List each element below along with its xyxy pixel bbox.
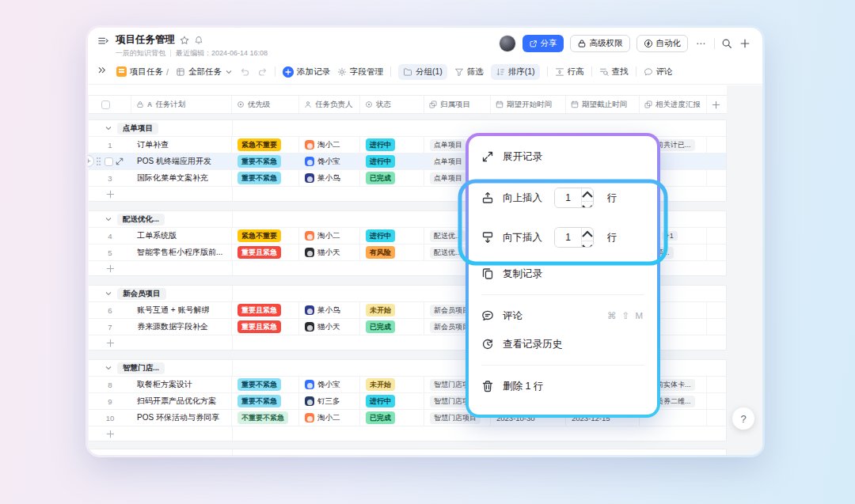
plus-icon: [106, 339, 115, 347]
more-button[interactable]: ⋯: [694, 38, 708, 49]
undo-icon[interactable]: [240, 66, 250, 77]
avatar: [305, 231, 314, 241]
header-checkbox[interactable]: [101, 100, 110, 109]
avatar: [305, 380, 314, 389]
automation-button[interactable]: 自动化: [636, 35, 689, 52]
menu-item-insert-below[interactable]: 向下插入 行: [469, 222, 657, 253]
search-icon[interactable]: [721, 38, 733, 50]
comment-icon: [644, 67, 653, 77]
column-header-report[interactable]: 相关进度汇报: [640, 96, 707, 113]
copy-icon: [481, 267, 494, 280]
avatar: [305, 413, 314, 423]
find-button[interactable]: 查找: [599, 66, 629, 78]
help-button[interactable]: ?: [732, 407, 754, 430]
advanced-permission-button[interactable]: 高级权限: [570, 35, 630, 52]
gear-icon: [337, 67, 347, 77]
expand-catalog-icon[interactable]: [97, 66, 109, 78]
column-header-status[interactable]: 状态: [360, 96, 424, 113]
priority-badge: 重要且紧急: [238, 320, 281, 333]
report-count-tag: +1: [662, 231, 678, 241]
add-row-button[interactable]: [89, 426, 726, 441]
menu-item-record-history[interactable]: 查看记录历史: [469, 330, 657, 358]
column-header-priority[interactable]: 优先级: [232, 96, 299, 113]
group-button[interactable]: 分组(1): [398, 64, 447, 80]
divider: [591, 66, 592, 77]
row-number: 6: [108, 306, 112, 315]
menu-item-delete-row[interactable]: 删除 1 行: [469, 372, 657, 400]
app-window: 项目任务管理 一辰的知识背包 最近编辑：2024-06-14 16:08: [86, 25, 765, 457]
expand-record-icon[interactable]: [116, 157, 124, 165]
relation-icon: [644, 100, 652, 108]
row-checkbox[interactable]: [104, 157, 113, 166]
chevron-down-icon: [104, 215, 112, 223]
field-management-button[interactable]: 字段管理: [337, 66, 383, 78]
relation-icon: [429, 100, 437, 108]
table-icon: [116, 66, 127, 77]
row-height-button[interactable]: 行高: [555, 66, 584, 78]
status-badge: 已完成: [366, 411, 395, 424]
task-title: POS 环保活动与券同享: [137, 412, 219, 423]
new-tab-icon[interactable]: [739, 38, 751, 50]
column-header-task[interactable]: A 任务计划: [131, 96, 232, 113]
drag-handle-icon[interactable]: [97, 157, 101, 167]
expand-icon: [481, 150, 494, 163]
single-select-icon: [237, 100, 245, 108]
user-avatar[interactable]: [499, 35, 516, 52]
row-number: 9: [108, 397, 112, 406]
status-badge: 有风险: [366, 246, 395, 259]
breadcrumb-view[interactable]: 全部任务: [176, 66, 233, 78]
last-edited-label: 最近编辑：2024-06-14 16:08: [176, 48, 268, 59]
divider: [275, 66, 276, 77]
menu-item-expand-record[interactable]: 展开记录: [469, 142, 657, 171]
task-title: 账号互通 + 账号解绑: [137, 305, 209, 316]
plus-icon: [106, 430, 115, 438]
assignee-name: 淘小二: [317, 413, 340, 423]
assignee-name: 馋小宝: [317, 380, 340, 390]
sort-button[interactable]: 排序(1): [491, 64, 540, 80]
avatar: [305, 248, 314, 257]
share-button[interactable]: 分享: [522, 35, 564, 52]
stepper-down-icon[interactable]: [582, 201, 593, 208]
divider: [547, 66, 548, 77]
star-icon[interactable]: [180, 36, 189, 45]
assignee-name: 菜小鸟: [317, 173, 340, 184]
menu-item-copy-record[interactable]: 复制记录: [469, 260, 657, 288]
status-badge: 未开始: [366, 378, 395, 391]
breadcrumb-table[interactable]: 项目任务 /: [116, 66, 169, 78]
bell-icon[interactable]: [194, 36, 203, 45]
redo-icon[interactable]: [257, 66, 268, 77]
row-context-menu: 展开记录 向上插入 行 向下插入: [466, 133, 660, 418]
project-tag: 配送优...: [430, 247, 466, 259]
stepper-up-icon[interactable]: [582, 228, 593, 241]
row-height-icon: [555, 67, 564, 77]
chevron-down-icon: [104, 364, 112, 372]
project-tag: 点单项目: [430, 139, 466, 151]
add-record-button[interactable]: 添加记录: [283, 66, 330, 78]
breadcrumb-separator: /: [166, 67, 169, 77]
priority-badge: 重要不紧急: [238, 395, 281, 407]
stepper-down-icon[interactable]: [582, 241, 593, 248]
priority-badge: 重要且紧急: [238, 246, 281, 259]
stepper-up-icon[interactable]: [582, 188, 593, 201]
menu-item-comment[interactable]: 评论 ⌘ ⇧ M: [469, 301, 657, 330]
column-header-project[interactable]: 归属项目: [424, 96, 491, 113]
status-badge: 进行中: [366, 229, 395, 242]
assignee-name: 猫小天: [317, 322, 340, 332]
collapse-sidebar-icon[interactable]: [97, 36, 109, 47]
avatar: [305, 305, 314, 315]
add-column-button[interactable]: [707, 96, 727, 113]
filter-button[interactable]: 筛选: [454, 66, 484, 78]
insert-above-count-input[interactable]: [555, 188, 581, 207]
column-header-start-date[interactable]: 期望开始时间: [491, 96, 566, 113]
comment-button[interactable]: 评论: [644, 66, 673, 78]
select-all-header[interactable]: [89, 96, 131, 113]
column-header-assignee[interactable]: 任务负责人: [299, 96, 360, 113]
window-header: 项目任务管理 一辰的知识背包 最近编辑：2024-06-14 16:08: [88, 28, 762, 59]
menu-item-insert-above[interactable]: 向上插入 行: [469, 182, 657, 214]
shortcut-label: ⌘ ⇧ M: [607, 310, 644, 321]
lock-icon: [136, 100, 144, 108]
status-badge: 未开始: [366, 304, 395, 316]
insert-below-count-input[interactable]: [555, 228, 581, 247]
comment-icon: [481, 309, 494, 322]
column-header-due-date[interactable]: 期望截止时间: [566, 96, 640, 113]
